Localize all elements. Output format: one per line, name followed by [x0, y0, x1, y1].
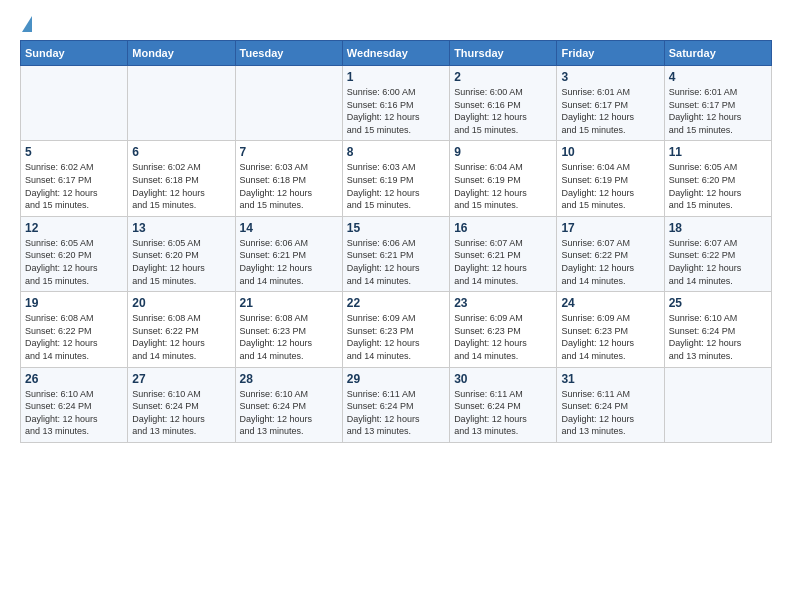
day-cell: 29Sunrise: 6:11 AM Sunset: 6:24 PM Dayli… — [342, 367, 449, 442]
day-cell: 4Sunrise: 6:01 AM Sunset: 6:17 PM Daylig… — [664, 66, 771, 141]
day-info: Sunrise: 6:11 AM Sunset: 6:24 PM Dayligh… — [561, 388, 659, 438]
day-cell: 1Sunrise: 6:00 AM Sunset: 6:16 PM Daylig… — [342, 66, 449, 141]
day-cell: 9Sunrise: 6:04 AM Sunset: 6:19 PM Daylig… — [450, 141, 557, 216]
day-number: 11 — [669, 145, 767, 159]
weekday-header-saturday: Saturday — [664, 41, 771, 66]
weekday-header-tuesday: Tuesday — [235, 41, 342, 66]
day-cell: 26Sunrise: 6:10 AM Sunset: 6:24 PM Dayli… — [21, 367, 128, 442]
day-info: Sunrise: 6:11 AM Sunset: 6:24 PM Dayligh… — [347, 388, 445, 438]
day-cell: 15Sunrise: 6:06 AM Sunset: 6:21 PM Dayli… — [342, 216, 449, 291]
day-info: Sunrise: 6:08 AM Sunset: 6:22 PM Dayligh… — [25, 312, 123, 362]
day-number: 8 — [347, 145, 445, 159]
day-cell: 8Sunrise: 6:03 AM Sunset: 6:19 PM Daylig… — [342, 141, 449, 216]
day-number: 20 — [132, 296, 230, 310]
day-cell: 7Sunrise: 6:03 AM Sunset: 6:18 PM Daylig… — [235, 141, 342, 216]
day-info: Sunrise: 6:02 AM Sunset: 6:17 PM Dayligh… — [25, 161, 123, 211]
week-row-3: 12Sunrise: 6:05 AM Sunset: 6:20 PM Dayli… — [21, 216, 772, 291]
day-info: Sunrise: 6:00 AM Sunset: 6:16 PM Dayligh… — [454, 86, 552, 136]
day-cell: 6Sunrise: 6:02 AM Sunset: 6:18 PM Daylig… — [128, 141, 235, 216]
day-number: 23 — [454, 296, 552, 310]
weekday-header-wednesday: Wednesday — [342, 41, 449, 66]
day-info: Sunrise: 6:07 AM Sunset: 6:22 PM Dayligh… — [561, 237, 659, 287]
day-number: 1 — [347, 70, 445, 84]
day-number: 26 — [25, 372, 123, 386]
day-number: 28 — [240, 372, 338, 386]
weekday-header-sunday: Sunday — [21, 41, 128, 66]
week-row-5: 26Sunrise: 6:10 AM Sunset: 6:24 PM Dayli… — [21, 367, 772, 442]
weekday-header-monday: Monday — [128, 41, 235, 66]
day-number: 6 — [132, 145, 230, 159]
day-number: 2 — [454, 70, 552, 84]
page-header — [20, 20, 772, 32]
day-cell: 5Sunrise: 6:02 AM Sunset: 6:17 PM Daylig… — [21, 141, 128, 216]
day-cell: 22Sunrise: 6:09 AM Sunset: 6:23 PM Dayli… — [342, 292, 449, 367]
day-cell: 11Sunrise: 6:05 AM Sunset: 6:20 PM Dayli… — [664, 141, 771, 216]
day-number: 22 — [347, 296, 445, 310]
day-cell: 13Sunrise: 6:05 AM Sunset: 6:20 PM Dayli… — [128, 216, 235, 291]
day-number: 31 — [561, 372, 659, 386]
day-info: Sunrise: 6:10 AM Sunset: 6:24 PM Dayligh… — [25, 388, 123, 438]
day-cell: 30Sunrise: 6:11 AM Sunset: 6:24 PM Dayli… — [450, 367, 557, 442]
day-info: Sunrise: 6:09 AM Sunset: 6:23 PM Dayligh… — [347, 312, 445, 362]
logo — [20, 20, 32, 32]
day-cell: 19Sunrise: 6:08 AM Sunset: 6:22 PM Dayli… — [21, 292, 128, 367]
day-number: 21 — [240, 296, 338, 310]
day-number: 7 — [240, 145, 338, 159]
day-info: Sunrise: 6:05 AM Sunset: 6:20 PM Dayligh… — [132, 237, 230, 287]
day-number: 19 — [25, 296, 123, 310]
day-cell: 21Sunrise: 6:08 AM Sunset: 6:23 PM Dayli… — [235, 292, 342, 367]
day-info: Sunrise: 6:00 AM Sunset: 6:16 PM Dayligh… — [347, 86, 445, 136]
day-info: Sunrise: 6:10 AM Sunset: 6:24 PM Dayligh… — [240, 388, 338, 438]
day-cell: 14Sunrise: 6:06 AM Sunset: 6:21 PM Dayli… — [235, 216, 342, 291]
day-cell — [235, 66, 342, 141]
day-info: Sunrise: 6:02 AM Sunset: 6:18 PM Dayligh… — [132, 161, 230, 211]
day-cell — [21, 66, 128, 141]
day-number: 4 — [669, 70, 767, 84]
day-info: Sunrise: 6:10 AM Sunset: 6:24 PM Dayligh… — [132, 388, 230, 438]
day-info: Sunrise: 6:01 AM Sunset: 6:17 PM Dayligh… — [669, 86, 767, 136]
day-info: Sunrise: 6:11 AM Sunset: 6:24 PM Dayligh… — [454, 388, 552, 438]
day-info: Sunrise: 6:06 AM Sunset: 6:21 PM Dayligh… — [240, 237, 338, 287]
day-info: Sunrise: 6:10 AM Sunset: 6:24 PM Dayligh… — [669, 312, 767, 362]
logo-icon — [22, 16, 32, 32]
day-number: 29 — [347, 372, 445, 386]
day-cell: 18Sunrise: 6:07 AM Sunset: 6:22 PM Dayli… — [664, 216, 771, 291]
day-cell: 23Sunrise: 6:09 AM Sunset: 6:23 PM Dayli… — [450, 292, 557, 367]
day-info: Sunrise: 6:08 AM Sunset: 6:23 PM Dayligh… — [240, 312, 338, 362]
day-info: Sunrise: 6:01 AM Sunset: 6:17 PM Dayligh… — [561, 86, 659, 136]
day-info: Sunrise: 6:09 AM Sunset: 6:23 PM Dayligh… — [561, 312, 659, 362]
day-info: Sunrise: 6:05 AM Sunset: 6:20 PM Dayligh… — [25, 237, 123, 287]
week-row-4: 19Sunrise: 6:08 AM Sunset: 6:22 PM Dayli… — [21, 292, 772, 367]
day-number: 13 — [132, 221, 230, 235]
day-info: Sunrise: 6:07 AM Sunset: 6:21 PM Dayligh… — [454, 237, 552, 287]
day-cell: 17Sunrise: 6:07 AM Sunset: 6:22 PM Dayli… — [557, 216, 664, 291]
day-cell: 10Sunrise: 6:04 AM Sunset: 6:19 PM Dayli… — [557, 141, 664, 216]
week-row-2: 5Sunrise: 6:02 AM Sunset: 6:17 PM Daylig… — [21, 141, 772, 216]
day-info: Sunrise: 6:03 AM Sunset: 6:19 PM Dayligh… — [347, 161, 445, 211]
day-number: 5 — [25, 145, 123, 159]
day-number: 14 — [240, 221, 338, 235]
day-number: 3 — [561, 70, 659, 84]
day-cell: 2Sunrise: 6:00 AM Sunset: 6:16 PM Daylig… — [450, 66, 557, 141]
day-number: 15 — [347, 221, 445, 235]
day-info: Sunrise: 6:04 AM Sunset: 6:19 PM Dayligh… — [561, 161, 659, 211]
weekday-header-thursday: Thursday — [450, 41, 557, 66]
day-info: Sunrise: 6:06 AM Sunset: 6:21 PM Dayligh… — [347, 237, 445, 287]
day-cell: 25Sunrise: 6:10 AM Sunset: 6:24 PM Dayli… — [664, 292, 771, 367]
day-cell: 3Sunrise: 6:01 AM Sunset: 6:17 PM Daylig… — [557, 66, 664, 141]
day-info: Sunrise: 6:08 AM Sunset: 6:22 PM Dayligh… — [132, 312, 230, 362]
calendar-table: SundayMondayTuesdayWednesdayThursdayFrid… — [20, 40, 772, 443]
day-number: 16 — [454, 221, 552, 235]
day-info: Sunrise: 6:09 AM Sunset: 6:23 PM Dayligh… — [454, 312, 552, 362]
day-cell: 20Sunrise: 6:08 AM Sunset: 6:22 PM Dayli… — [128, 292, 235, 367]
day-cell: 16Sunrise: 6:07 AM Sunset: 6:21 PM Dayli… — [450, 216, 557, 291]
calendar-body: 1Sunrise: 6:00 AM Sunset: 6:16 PM Daylig… — [21, 66, 772, 443]
day-number: 30 — [454, 372, 552, 386]
day-cell — [128, 66, 235, 141]
day-cell: 24Sunrise: 6:09 AM Sunset: 6:23 PM Dayli… — [557, 292, 664, 367]
day-info: Sunrise: 6:05 AM Sunset: 6:20 PM Dayligh… — [669, 161, 767, 211]
day-cell: 27Sunrise: 6:10 AM Sunset: 6:24 PM Dayli… — [128, 367, 235, 442]
day-number: 10 — [561, 145, 659, 159]
day-number: 27 — [132, 372, 230, 386]
day-cell — [664, 367, 771, 442]
